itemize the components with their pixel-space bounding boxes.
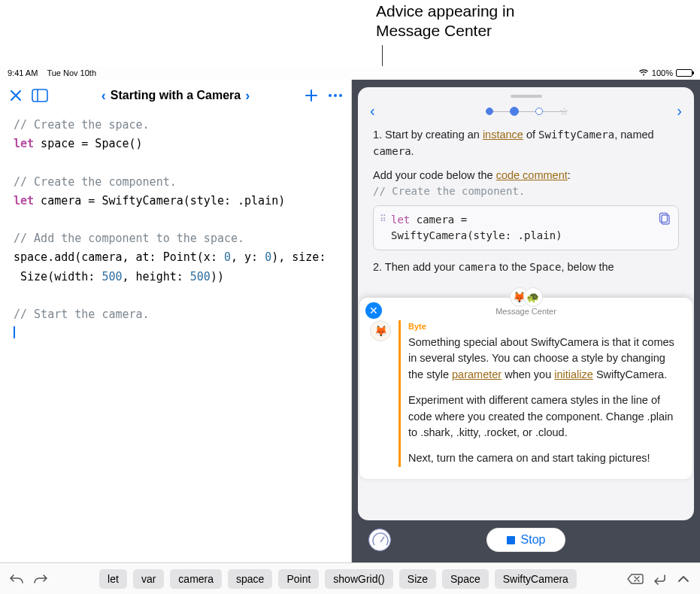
message-content: Byte Something special about SwiftyCamer… [398, 320, 682, 467]
avatar: 🦊 [370, 320, 391, 341]
wifi-icon [638, 68, 649, 77]
svg-point-4 [339, 94, 342, 97]
battery-pct: 100% [652, 68, 673, 77]
svg-rect-0 [32, 89, 47, 102]
instruction-card: ‹ ☆ › 1. Start by creating an instance o… [358, 87, 694, 520]
close-icon[interactable] [8, 87, 24, 104]
preview-panel: ‹ ☆ › 1. Start by creating an instance o… [352, 80, 700, 562]
suggestion-chip[interactable]: SwiftyCamera [495, 569, 577, 589]
more-icon[interactable] [327, 87, 344, 104]
suggestion-chip[interactable]: Space [442, 569, 489, 589]
progress-dot [510, 107, 519, 116]
return-icon[interactable] [650, 570, 668, 588]
chevron-left-icon: ‹ [102, 88, 106, 104]
keyboard-accessory: let var camera space Point showGrid() Si… [0, 562, 700, 594]
svg-rect-6 [660, 214, 668, 223]
sidebar-toggle-icon[interactable] [32, 87, 48, 104]
drag-grip-icon[interactable]: ⠿ [380, 212, 385, 226]
status-date: Tue Nov 10th [47, 68, 96, 77]
avatar: 🐢 [523, 287, 543, 307]
svg-rect-5 [662, 215, 669, 224]
redo-icon[interactable] [32, 570, 50, 588]
annotation-label: Advice appearing in Message Center [376, 2, 514, 41]
svg-point-3 [334, 94, 337, 97]
status-bar: 9:41 AM Tue Nov 10th 100% [0, 66, 700, 80]
link-code-comment[interactable]: code comment [496, 169, 568, 181]
gray-code-comment: // Create the component. [373, 183, 679, 199]
progress-star-icon: ☆ [559, 108, 567, 115]
copy-icon[interactable] [659, 212, 671, 231]
breadcrumb[interactable]: ‹ Starting with a Camera › [56, 88, 295, 104]
link-instance[interactable]: instance [483, 129, 523, 141]
message-sender: Byte [408, 320, 682, 333]
suggestion-chips: let var camera space Point showGrid() Si… [56, 569, 620, 589]
message-center-popover: 🦊 🐢 ✕ Message Center 🦊 Byte Something sp… [359, 298, 692, 479]
close-icon[interactable]: ✕ [365, 302, 382, 319]
code-snippet: ⠿ let camera = SwiftyCamera(style: .plai… [373, 205, 679, 250]
link-parameter[interactable]: parameter [452, 368, 502, 380]
editor-panel: ‹ Starting with a Camera › // Create the… [0, 80, 352, 562]
add-icon[interactable] [303, 87, 320, 104]
progress-dot [486, 108, 493, 115]
svg-line-7 [380, 537, 384, 542]
progress-dot [535, 108, 543, 115]
chevron-up-icon[interactable] [674, 570, 692, 588]
progress-indicator: ☆ [486, 107, 567, 116]
chevron-right-icon: › [245, 88, 250, 104]
run-controls: Stop [358, 520, 694, 555]
suggestion-chip[interactable]: camera [170, 569, 222, 589]
battery-icon [676, 69, 692, 77]
suggestion-chip[interactable]: Size [399, 569, 436, 589]
suggestion-chip[interactable]: Point [278, 569, 319, 589]
status-time: 9:41 AM [8, 68, 38, 77]
delete-icon[interactable] [626, 570, 644, 588]
speedometer-icon[interactable] [368, 529, 391, 551]
editor-toolbar: ‹ Starting with a Camera › [0, 80, 351, 111]
next-page-icon[interactable]: › [677, 102, 682, 120]
drag-handle[interactable] [511, 95, 542, 98]
suggestion-chip[interactable]: space [228, 569, 272, 589]
message-center-title: Message Center [370, 307, 682, 316]
undo-icon[interactable] [8, 570, 26, 588]
link-initialize[interactable]: initialize [554, 368, 593, 380]
suggestion-chip[interactable]: showGrid() [325, 569, 392, 589]
suggestion-chip[interactable]: var [133, 569, 164, 589]
page-title: Starting with a Camera [111, 89, 241, 102]
code-editor[interactable]: // Create the space. let space = Space()… [0, 111, 351, 562]
stop-button[interactable]: Stop [486, 528, 566, 552]
svg-point-2 [329, 94, 332, 97]
stop-icon [507, 536, 515, 544]
instruction-body: 1. Start by creating an instance of Swif… [359, 120, 692, 283]
suggestion-chip[interactable]: let [99, 569, 127, 589]
prev-page-icon[interactable]: ‹ [370, 102, 375, 120]
avatar-group: 🦊 🐢 [510, 287, 543, 307]
